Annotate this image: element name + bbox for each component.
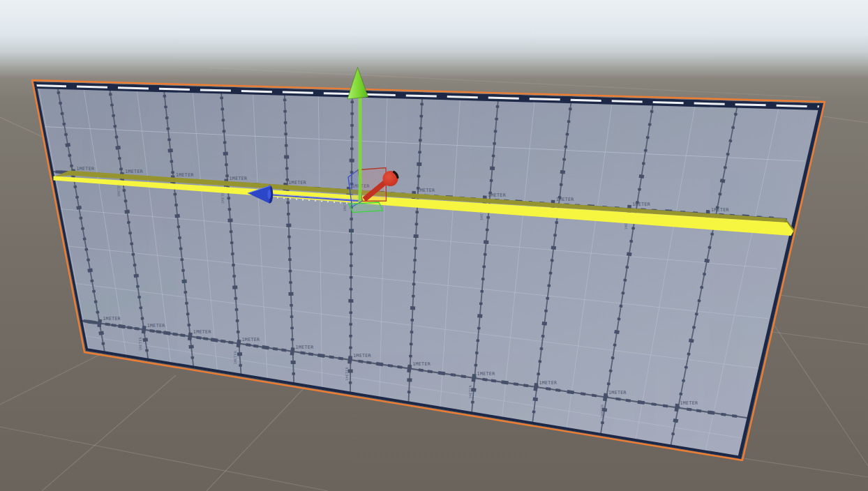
meter-label-vertical: 1METER [468,384,472,399]
meter-label: 1METER [230,176,248,181]
meter-label: 1METER [477,371,495,377]
meter-label: 1METER [632,202,650,207]
meter-label: 1METER [242,337,260,342]
meter-label: 1METER [103,316,121,322]
meter-label: 1METER [147,323,165,328]
meter-label-vertical: 1METER [233,350,237,365]
meter-label: 1METER [193,329,211,335]
scene-viewport[interactable]: 1METER1METER1METER1METER1METER1METER1MET… [0,0,868,491]
meter-label: 1METER [176,172,194,178]
meter-label: 1METER [488,192,506,198]
meter-label: 1METER [680,400,698,406]
gizmo-plane-handle-green[interactable] [349,202,383,213]
meter-label-vertical: 1METER [600,404,604,418]
meter-label: 1METER [608,390,627,395]
meter-label: 1METER [417,188,435,193]
meter-label: 1METER [539,380,557,386]
meter-label: 1METER [353,353,371,358]
meter-label: 1METER [125,169,143,174]
meter-label: 1METER [288,180,306,186]
meter-label-vertical: 1METER [345,366,349,381]
meter-label: 1METER [412,361,431,367]
meter-label: 1METER [556,197,574,202]
meter-label: 1METER [296,345,314,350]
meter-label: 1METER [76,166,94,172]
meter-label-vertical: 1METER [138,336,142,351]
meter-label: 1METER [711,207,729,213]
